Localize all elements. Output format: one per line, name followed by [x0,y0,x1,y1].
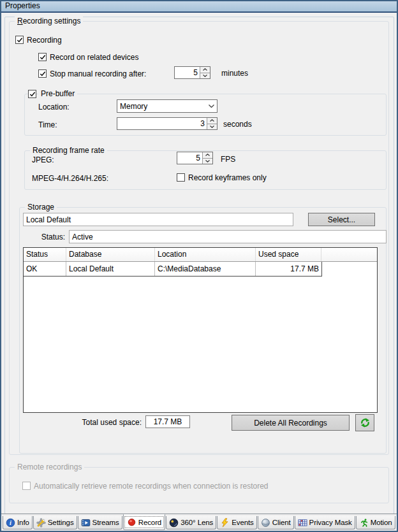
tab-label: Client [272,519,291,526]
tab-events[interactable]: Events [217,516,257,529]
cell-database: Local Default [66,262,155,276]
info-icon: i [6,518,15,528]
refresh-button[interactable] [355,414,374,431]
properties-window: Properties Recording settings Recording … [0,0,398,532]
status-label: Status: [26,233,65,242]
stop-manual-label: Stop manual recording after: [50,69,146,79]
status-value-field: Active [69,230,387,243]
stop-manual-spinner[interactable]: 5 [174,66,210,79]
filmstrip-play-icon [81,518,91,528]
check-icon [17,37,23,43]
gear-wrench-icon [36,518,46,528]
spin-down-button[interactable] [200,73,210,79]
spinner-buttons [207,118,217,129]
tab-label: Info [17,519,29,526]
tab-label: Record [138,519,161,526]
spin-down-button[interactable] [203,158,212,164]
recording-checkbox[interactable] [15,36,24,44]
tab-bar: i Info Settings [3,514,396,531]
column-header-database[interactable]: Database [66,248,155,261]
spin-up-button[interactable] [207,118,217,124]
cell-location: C:\MediaDatabase [155,262,256,276]
column-header-filler [321,248,377,261]
running-man-icon [359,518,369,528]
check-icon [29,91,36,97]
refresh-icon [360,417,371,428]
keyframes-label: Record keyframes only [188,173,267,183]
location-label: Location: [38,103,70,112]
time-unit: seconds [223,120,252,129]
storage-table: Status Database Location Used space OK L… [23,247,378,413]
check-icon [40,54,46,61]
related-devices-label: Record on related devices [50,53,138,62]
stop-manual-value[interactable]: 5 [175,67,200,78]
total-used-space-label: Total used space: [64,418,142,428]
lightning-icon [220,518,230,528]
tab-label: Settings [48,519,74,526]
tab-info[interactable]: i Info [3,516,33,529]
lens-icon [169,518,179,528]
chevron-down-icon[interactable] [206,104,217,108]
cell-status: OK [24,262,66,276]
spin-down-button[interactable] [207,124,217,130]
recording-settings-label: Recording settings [15,17,83,26]
tab-360-lens[interactable]: 360° Lens [166,516,216,529]
spinner-buttons [202,152,212,164]
jpeg-fps-value[interactable]: 5 [177,152,202,164]
time-label: Time: [38,120,57,130]
sphere-icon [261,518,270,528]
tab-streams[interactable]: Streams [78,516,122,529]
delete-all-recordings-button[interactable]: Delete All Recordings [232,415,350,431]
jpeg-label: JPEG: [32,155,54,165]
frame-rate-label: Recording frame rate [30,146,107,155]
tab-settings[interactable]: Settings [33,516,77,529]
mpeg-label: MPEG-4/H.264/H.265: [32,174,108,183]
table-row[interactable]: OK Local Default C:\MediaDatabase 17.7 M… [24,262,322,277]
recording-checkbox-label: Recording [27,36,62,45]
location-dropdown[interactable]: Memory [117,99,217,113]
table-header: Status Database Location Used space [24,248,377,262]
tab-label: Privacy Mask [309,519,352,526]
cell-used-space: 17.7 MB [256,262,321,276]
remote-recordings-label: Remote recordings [15,463,84,472]
spin-up-button[interactable] [203,152,212,158]
time-value[interactable]: 3 [117,118,207,129]
record-dot-icon [127,517,136,527]
stop-manual-unit: minutes [221,69,248,78]
tab-motion[interactable]: Motion [356,516,395,529]
check-icon [40,71,46,77]
prebuffer-checkbox[interactable] [28,90,36,98]
keyframes-checkbox[interactable] [177,173,185,182]
select-button[interactable]: Select... [308,213,375,226]
auto-retrieve-checkbox [22,482,31,490]
tab-record[interactable]: Record [123,514,165,530]
spin-up-button[interactable] [200,67,210,73]
location-value: Memory [117,102,206,111]
tab-label: Streams [92,519,119,526]
prebuffer-label: Pre-buffer [38,89,77,99]
tab-client[interactable]: Client [258,516,294,529]
tab-label: Events [232,519,254,526]
related-devices-checkbox[interactable] [38,53,47,61]
tab-label: Motion [371,519,392,526]
spinner-buttons [200,67,210,78]
grid-mask-icon [298,518,307,528]
auto-retrieve-label: Automatically retrieve remote recordings… [34,482,269,491]
page-title: Properties [5,1,40,10]
stop-manual-checkbox[interactable] [38,69,47,78]
svg-text:i: i [10,519,11,526]
column-header-location[interactable]: Location [155,248,256,261]
total-used-space-value: 17.7 MB [145,415,190,428]
storage-name-field[interactable]: Local Default [23,213,293,226]
time-spinner[interactable]: 3 [117,117,217,130]
jpeg-fps-spinner[interactable]: 5 [177,152,213,164]
titlebar: Properties [0,0,398,13]
storage-label: Storage [25,203,57,212]
jpeg-unit: FPS [221,155,235,164]
tab-privacy-mask[interactable]: Privacy Mask [295,516,355,529]
tab-label: 360° Lens [181,519,213,526]
column-header-used-space[interactable]: Used space [256,248,321,261]
column-header-status[interactable]: Status [24,248,66,261]
